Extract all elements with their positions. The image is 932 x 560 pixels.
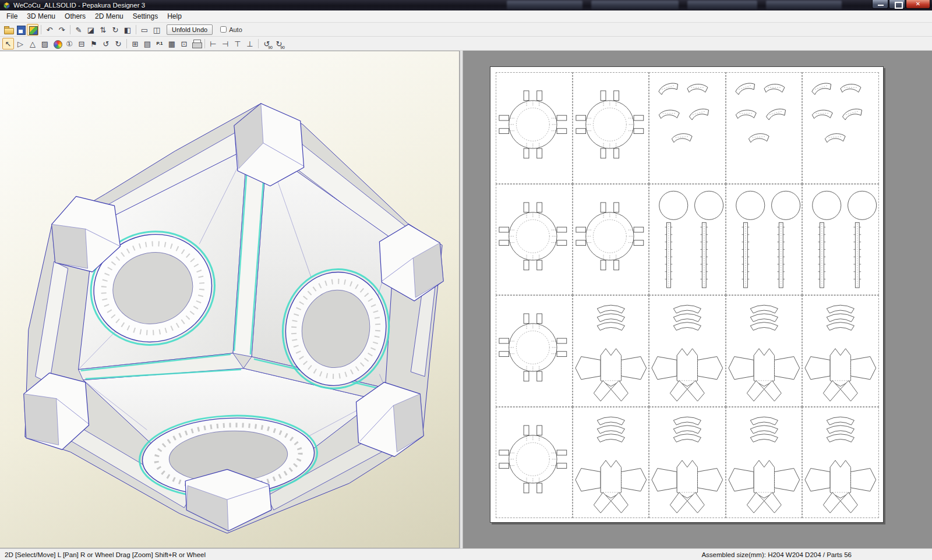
pattern-part-clips[interactable] — [802, 72, 879, 184]
window-controls — [871, 0, 930, 9]
pattern-part-gear[interactable] — [496, 407, 573, 519]
flap-number-icon[interactable]: ① — [63, 38, 75, 49]
toolbar-2d-icons: ↖▷△▨①⊟⚑↺↻⊞▤P.1▦⊡⊢⊣⊤⊥↺90↻90 — [2, 38, 285, 49]
menu-bar: File3D MenuOthers2D MenuSettingsHelp — [0, 10, 932, 23]
pattern-part-cross[interactable] — [573, 407, 649, 519]
auto-checkbox[interactable] — [220, 26, 227, 33]
pattern-part-gear[interactable] — [573, 184, 649, 296]
rotate-90-cw-icon[interactable]: ↻90 — [273, 38, 285, 49]
rotate-90-ccw-icon-label: 90 — [268, 45, 273, 50]
edit-vertex-icon[interactable]: ▷ — [15, 38, 26, 49]
texture-grid-icon[interactable]: ▦ — [166, 38, 178, 49]
print-icon[interactable] — [190, 38, 202, 49]
pattern-part-strips[interactable] — [802, 184, 879, 296]
toolbar-main: ↶↷✎◪⇅↻◧▭◫ Unfold Undo Auto — [0, 23, 932, 37]
pattern-part-cross[interactable] — [802, 295, 879, 407]
page-number-icon[interactable]: P.1 — [154, 38, 165, 49]
menu-settings[interactable]: Settings — [128, 11, 163, 22]
pattern-part-gear[interactable] — [573, 72, 649, 184]
pen-tool-icon[interactable]: ✎ — [73, 24, 84, 36]
background-thumbnail — [766, 1, 842, 9]
pattern-part-clips[interactable] — [726, 72, 803, 184]
companion-cube-model — [0, 51, 459, 548]
pattern-part-cross[interactable] — [573, 295, 649, 407]
app-window: WeCoCu_ALLSOLID - Pepakura Designer 3 Fi… — [0, 0, 932, 560]
undo-icon[interactable]: ↶ — [44, 24, 55, 36]
toolbar-separator — [136, 25, 136, 34]
divide-face-icon[interactable]: △ — [27, 38, 38, 49]
rotate-part-ccw-icon[interactable]: ↺ — [100, 38, 112, 49]
align-bottom-icon[interactable]: ⊥ — [244, 38, 256, 49]
check-edge-icon[interactable]: ⚑ — [88, 38, 100, 49]
rotate-part-cw-icon[interactable]: ↻ — [112, 38, 124, 49]
align-top-icon[interactable]: ⊤ — [232, 38, 243, 49]
menu-others[interactable]: Others — [60, 11, 90, 22]
pattern-part-gear[interactable] — [496, 72, 573, 184]
toolbar-separator — [126, 39, 127, 48]
pattern-part-gear[interactable] — [496, 184, 573, 296]
pattern-part-strips[interactable] — [649, 184, 726, 296]
window-title: WeCoCu_ALLSOLID - Pepakura Designer 3 — [13, 2, 145, 9]
toolbar-main-icons: ↶↷✎◪⇅↻◧▭◫ — [2, 24, 163, 36]
status-hint-text: 2D [Select/Move] L [Pan] R or Wheel Drag… — [5, 551, 206, 558]
toolbar-separator — [70, 25, 70, 34]
flip-view-icon[interactable]: ◧ — [122, 24, 133, 36]
menu-3d-menu[interactable]: 3D Menu — [22, 11, 60, 22]
rotate-90-ccw-icon[interactable]: ↺90 — [261, 38, 273, 49]
pattern-part-cross[interactable] — [726, 295, 803, 407]
pattern-page[interactable] — [490, 66, 884, 523]
pattern-part-clips[interactable] — [649, 72, 726, 184]
pattern-part-cross[interactable] — [649, 295, 726, 407]
align-left-icon[interactable]: ⊢ — [207, 38, 219, 49]
pattern-part-cross[interactable] — [802, 407, 879, 519]
open-file-icon[interactable] — [2, 24, 14, 36]
toolbar-separator — [204, 39, 205, 48]
menu-help[interactable]: Help — [163, 11, 186, 22]
pattern-part-cross[interactable] — [649, 407, 726, 519]
pattern-part-strips[interactable] — [726, 184, 803, 296]
save-file-icon[interactable] — [15, 24, 26, 36]
palette-icon[interactable] — [51, 38, 63, 49]
select-move-icon[interactable]: ↖ — [2, 38, 14, 49]
auto-checkbox-label: Auto — [229, 26, 242, 33]
3d-view-pane[interactable] — [0, 51, 460, 548]
menu-file[interactable]: File — [2, 11, 22, 22]
toolbar-2d: ↖▷△▨①⊟⚑↺↻⊞▤P.1▦⊡⊢⊣⊤⊥↺90↻90 — [0, 37, 932, 51]
page-setup-icon[interactable]: ▤ — [142, 38, 153, 49]
align-right-icon[interactable]: ⊣ — [220, 38, 231, 49]
export-image-icon[interactable]: ⊡ — [178, 38, 190, 49]
auto-checkbox-group: Auto — [220, 26, 242, 33]
hide-flap-icon[interactable]: ⊟ — [76, 38, 87, 49]
single-pane-view-icon[interactable]: ▭ — [139, 24, 150, 36]
status-bar: 2D [Select/Move] L [Pan] R or Wheel Drag… — [0, 548, 932, 560]
edge-color-icon[interactable]: ▨ — [39, 38, 51, 49]
menu-2d-menu[interactable]: 2D Menu — [90, 11, 128, 22]
main-area — [0, 51, 932, 548]
minimize-button[interactable] — [872, 0, 888, 9]
background-thumbnail — [591, 1, 679, 9]
dual-pane-view-icon[interactable]: ◫ — [151, 24, 163, 36]
maximize-button[interactable] — [889, 0, 905, 9]
close-button[interactable] — [906, 0, 930, 9]
background-thumbnail — [687, 1, 757, 9]
scale-parts-icon[interactable]: ⊞ — [129, 38, 141, 49]
pattern-part-cross[interactable] — [726, 407, 803, 519]
eraser-tool-icon[interactable]: ◪ — [85, 24, 97, 36]
pepakura-model-icon[interactable] — [27, 24, 38, 36]
2d-pattern-pane[interactable] — [463, 51, 932, 548]
rotate-90-cw-icon-label: 90 — [280, 45, 285, 50]
move-vertical-icon[interactable]: ⇅ — [97, 24, 109, 36]
rotate-view-icon[interactable]: ↻ — [110, 24, 121, 36]
unfold-undo-button[interactable]: Unfold Undo — [167, 24, 213, 35]
title-bar: WeCoCu_ALLSOLID - Pepakura Designer 3 — [0, 0, 932, 10]
toolbar-separator — [41, 25, 41, 34]
assembled-size-text: Assembled size(mm): H204 W204 D204 / Par… — [701, 551, 852, 558]
background-thumbnail — [507, 1, 582, 9]
app-logo-icon — [3, 2, 10, 9]
toolbar-separator — [258, 39, 259, 48]
pattern-part-gear[interactable] — [496, 295, 573, 407]
redo-icon[interactable]: ↷ — [56, 24, 68, 36]
